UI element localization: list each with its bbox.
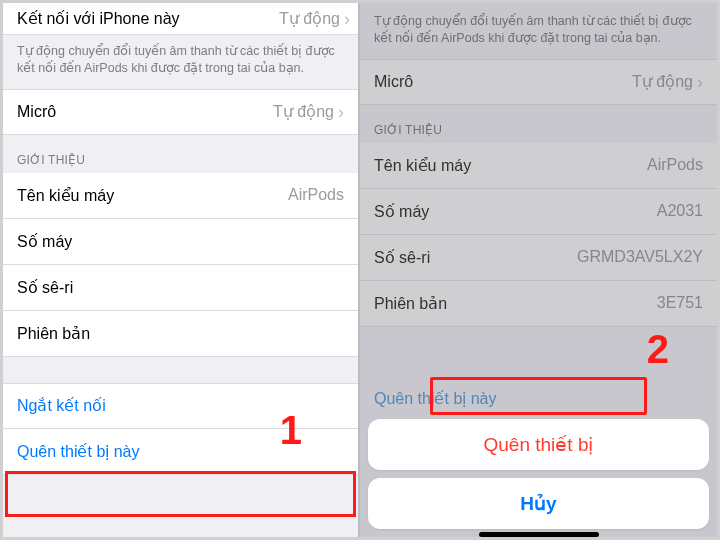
connect-to-iphone-row[interactable]: Kết nối với iPhone này Tự động ›: [3, 3, 358, 35]
model-name-row: Tên kiểu máy AirPods: [3, 173, 358, 219]
connect-value: Tự động ›: [279, 9, 350, 28]
forget-device-confirm-button[interactable]: Quên thiết bị: [368, 419, 709, 470]
highlight-box-1: [5, 471, 356, 517]
action-sheet: Quên thiết bị Hủy: [368, 411, 709, 529]
step-annotation-1: 1: [280, 408, 302, 453]
cancel-button[interactable]: Hủy: [368, 478, 709, 529]
connect-label: Kết nối với iPhone này: [17, 9, 180, 28]
forget-device-button[interactable]: Quên thiết bị này: [3, 429, 358, 475]
micro-value: Tự động ›: [273, 102, 344, 121]
serial-row: Số sê-ri: [3, 265, 358, 311]
disconnect-button[interactable]: Ngắt kết nối: [3, 383, 358, 429]
highlight-box-2: [430, 377, 647, 415]
about-section-header: GIỚI THIỆU: [3, 135, 358, 173]
chevron-right-icon: ›: [344, 10, 350, 28]
version-row: Phiên bản: [3, 311, 358, 357]
step-annotation-2: 2: [647, 327, 669, 372]
micro-label: Micrô: [17, 103, 56, 121]
audio-route-description: Tự động chuyển đổi tuyến âm thanh từ các…: [3, 35, 358, 89]
microphone-row[interactable]: Micrô Tự động ›: [3, 89, 358, 135]
home-indicator: [479, 532, 599, 537]
chevron-right-icon: ›: [338, 103, 344, 121]
model-number-row: Số máy: [3, 219, 358, 265]
